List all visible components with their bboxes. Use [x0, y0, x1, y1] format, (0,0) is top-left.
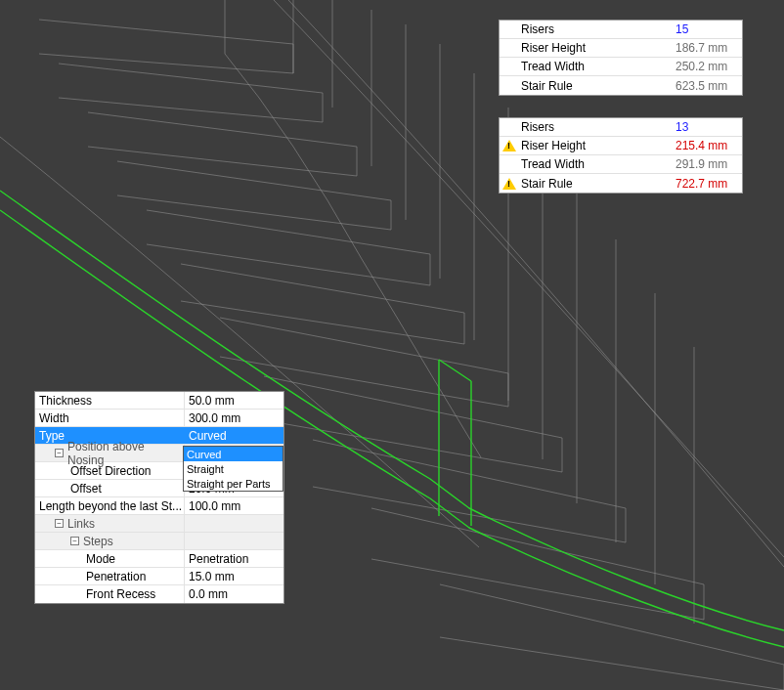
- collapse-icon[interactable]: −: [55, 449, 64, 457]
- info-row: Risers 15: [500, 21, 742, 39]
- info-value: 250.2 mm: [675, 60, 742, 73]
- info-label: Riser Height: [519, 41, 675, 55]
- collapse-icon[interactable]: −: [55, 519, 64, 528]
- prop-value-dropdown[interactable]: Curved: [184, 427, 283, 444]
- info-row: Riser Height 215.4 mm: [500, 137, 742, 155]
- info-value: 15: [675, 22, 742, 36]
- prop-row-penetration[interactable]: Penetration 15.0 mm: [35, 568, 283, 585]
- prop-value[interactable]: 50.0 mm: [184, 392, 283, 409]
- property-grid[interactable]: Thickness 50.0 mm Width 300.0 mm Type Cu…: [34, 391, 284, 604]
- prop-group-links[interactable]: − Links: [35, 515, 283, 533]
- prop-label: Mode: [35, 552, 184, 566]
- prop-label: Penetration: [35, 570, 184, 583]
- info-label: Risers: [519, 120, 675, 134]
- info-row: Tread Width 291.9 mm: [500, 155, 742, 174]
- info-row: Tread Width 250.2 mm: [500, 58, 742, 76]
- info-label: Risers: [519, 22, 675, 36]
- info-value: 13: [675, 120, 742, 134]
- prop-label-text: Steps: [83, 535, 113, 548]
- prop-row-thickness[interactable]: Thickness 50.0 mm: [35, 392, 283, 410]
- info-label: Stair Rule: [519, 177, 675, 191]
- prop-label: Front Recess: [35, 587, 184, 601]
- prop-row-length-beyond-last[interactable]: Length beyond the last St... 100.0 mm: [35, 497, 283, 515]
- prop-label: Thickness: [35, 394, 184, 408]
- prop-value[interactable]: Penetration: [184, 550, 283, 567]
- prop-label: Offset Direction: [35, 464, 184, 478]
- info-value: 215.4 mm: [675, 139, 742, 152]
- prop-value: [184, 515, 283, 532]
- stair-info-panel-warning: Risers 13 Riser Height 215.4 mm Tread Wi…: [499, 117, 743, 194]
- status-icon-cell: [500, 140, 519, 151]
- dropdown-option-straight-per-parts[interactable]: Straight per Parts: [184, 476, 283, 491]
- info-label: Riser Height: [519, 139, 675, 152]
- prop-value[interactable]: 300.0 mm: [184, 410, 283, 426]
- prop-value: [184, 533, 283, 549]
- prop-row-front-recess[interactable]: Front Recess 0.0 mm: [35, 585, 283, 603]
- prop-value[interactable]: 0.0 mm: [184, 585, 283, 603]
- prop-value[interactable]: 100.0 mm: [184, 497, 283, 514]
- info-label: Tread Width: [519, 157, 675, 171]
- info-row: Stair Rule 722.7 mm: [500, 174, 742, 193]
- warning-icon: [502, 178, 516, 190]
- info-label: Stair Rule: [519, 79, 675, 93]
- info-row: Stair Rule 623.5 mm: [500, 76, 742, 95]
- info-value: 623.5 mm: [675, 79, 742, 93]
- prop-group-label: − Steps: [35, 535, 184, 548]
- type-dropdown[interactable]: Curved Straight Straight per Parts: [183, 446, 283, 492]
- warning-icon: [502, 140, 516, 151]
- dropdown-option-curved[interactable]: Curved: [184, 447, 283, 461]
- info-value: 722.7 mm: [675, 177, 742, 191]
- prop-label-text: Links: [67, 517, 95, 531]
- prop-row-mode[interactable]: Mode Penetration: [35, 550, 283, 568]
- info-value: 291.9 mm: [675, 157, 742, 171]
- stair-info-panel-ok: Risers 15 Riser Height 186.7 mm Tread Wi…: [499, 20, 743, 96]
- prop-row-width[interactable]: Width 300.0 mm: [35, 410, 283, 427]
- dropdown-option-straight[interactable]: Straight: [184, 461, 283, 476]
- prop-label: Offset: [35, 482, 184, 496]
- prop-group-steps[interactable]: − Steps: [35, 533, 283, 550]
- prop-label: Length beyond the last St...: [35, 499, 184, 513]
- svg-line-14: [439, 360, 471, 381]
- info-row: Riser Height 186.7 mm: [500, 39, 742, 58]
- info-value: 186.7 mm: [675, 41, 742, 55]
- info-row: Risers 13: [500, 118, 742, 137]
- status-icon-cell: [500, 178, 519, 190]
- info-label: Tread Width: [519, 60, 675, 73]
- prop-label: Width: [35, 411, 184, 425]
- prop-group-label: − Links: [35, 517, 184, 531]
- prop-value[interactable]: 15.0 mm: [184, 568, 283, 584]
- collapse-icon[interactable]: −: [70, 537, 79, 545]
